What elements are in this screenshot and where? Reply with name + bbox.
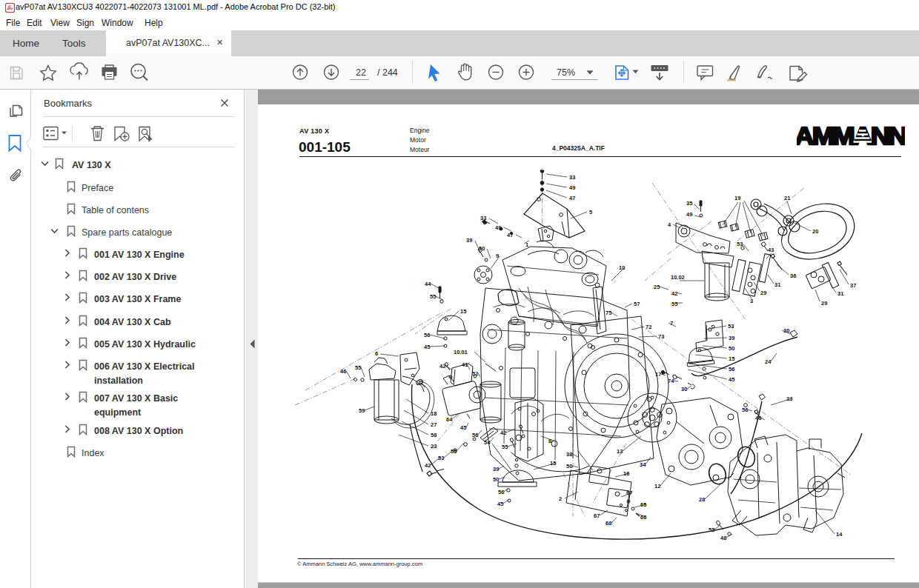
svg-text:39: 39 <box>466 237 472 244</box>
svg-text:3: 3 <box>750 298 753 304</box>
svg-text:57: 57 <box>634 301 640 307</box>
svg-text:50: 50 <box>566 463 572 470</box>
svg-text:33: 33 <box>569 174 575 181</box>
svg-text:19: 19 <box>734 195 740 201</box>
svg-text:39: 39 <box>493 466 499 472</box>
svg-text:31: 31 <box>774 281 780 288</box>
svg-text:2: 2 <box>559 495 562 502</box>
svg-text:72: 72 <box>646 324 651 330</box>
svg-text:75: 75 <box>606 310 611 316</box>
svg-text:22: 22 <box>356 67 366 78</box>
svg-text:42: 42 <box>425 462 431 469</box>
svg-text:49: 49 <box>569 184 575 191</box>
svg-text:6: 6 <box>375 350 378 357</box>
svg-text:46: 46 <box>340 368 346 375</box>
svg-text:35: 35 <box>686 200 692 207</box>
svg-text:53: 53 <box>728 323 734 330</box>
svg-text:10.01: 10.01 <box>454 349 468 355</box>
svg-text:49: 49 <box>686 211 692 218</box>
svg-text:50: 50 <box>729 345 734 352</box>
svg-text:56: 56 <box>498 489 504 495</box>
svg-text:53: 53 <box>438 455 444 461</box>
svg-text:21: 21 <box>784 195 790 201</box>
svg-text:36: 36 <box>790 273 796 279</box>
svg-text:55: 55 <box>355 364 361 371</box>
svg-text:13: 13 <box>617 448 623 455</box>
svg-text:67: 67 <box>594 512 600 519</box>
svg-text:20: 20 <box>812 228 818 235</box>
svg-text:43: 43 <box>768 247 774 253</box>
svg-text:45: 45 <box>460 424 466 431</box>
svg-text:37: 37 <box>850 282 856 289</box>
svg-text:59: 59 <box>359 407 365 414</box>
svg-text:55: 55 <box>709 527 714 533</box>
svg-text:45: 45 <box>729 376 734 383</box>
svg-text:58: 58 <box>431 432 437 438</box>
svg-text:28: 28 <box>699 496 705 503</box>
svg-text:4: 4 <box>668 221 671 228</box>
svg-text:14: 14 <box>836 531 843 538</box>
svg-text:29: 29 <box>821 300 827 307</box>
svg-text:30: 30 <box>681 386 687 392</box>
svg-text:55: 55 <box>430 293 436 300</box>
svg-text:29: 29 <box>760 290 766 296</box>
svg-text:7: 7 <box>670 320 673 327</box>
svg-text:45: 45 <box>497 501 503 507</box>
svg-text:42: 42 <box>500 430 506 436</box>
svg-text:39: 39 <box>729 335 734 341</box>
svg-text:47: 47 <box>569 195 575 201</box>
svg-text:34: 34 <box>640 461 646 468</box>
svg-text:15: 15 <box>729 355 734 362</box>
svg-text:56: 56 <box>472 432 478 438</box>
svg-text:75%: 75% <box>557 67 575 78</box>
svg-text:25: 25 <box>654 284 660 290</box>
svg-text:45: 45 <box>424 344 430 350</box>
svg-text:5: 5 <box>589 209 592 216</box>
svg-text:31: 31 <box>837 290 843 297</box>
svg-text:55: 55 <box>671 301 677 307</box>
svg-text:44: 44 <box>425 281 431 287</box>
svg-text:52: 52 <box>472 370 478 377</box>
svg-text:12: 12 <box>654 483 660 490</box>
svg-text:56: 56 <box>729 366 734 372</box>
svg-text:68: 68 <box>606 520 611 527</box>
svg-text:27: 27 <box>431 421 437 428</box>
svg-text:64: 64 <box>446 416 453 423</box>
svg-text:56: 56 <box>424 332 430 338</box>
svg-text:38: 38 <box>566 451 572 458</box>
svg-text:54: 54 <box>484 439 491 446</box>
svg-text:42: 42 <box>671 290 677 297</box>
svg-text:55: 55 <box>502 444 508 450</box>
svg-text:56: 56 <box>742 407 748 413</box>
svg-text:30: 30 <box>783 327 789 334</box>
svg-text:10.02: 10.02 <box>671 274 685 281</box>
svg-text:24: 24 <box>765 358 772 365</box>
svg-text:/ 244: / 244 <box>377 67 398 78</box>
svg-text:15: 15 <box>460 308 466 315</box>
svg-text:48: 48 <box>720 535 726 541</box>
